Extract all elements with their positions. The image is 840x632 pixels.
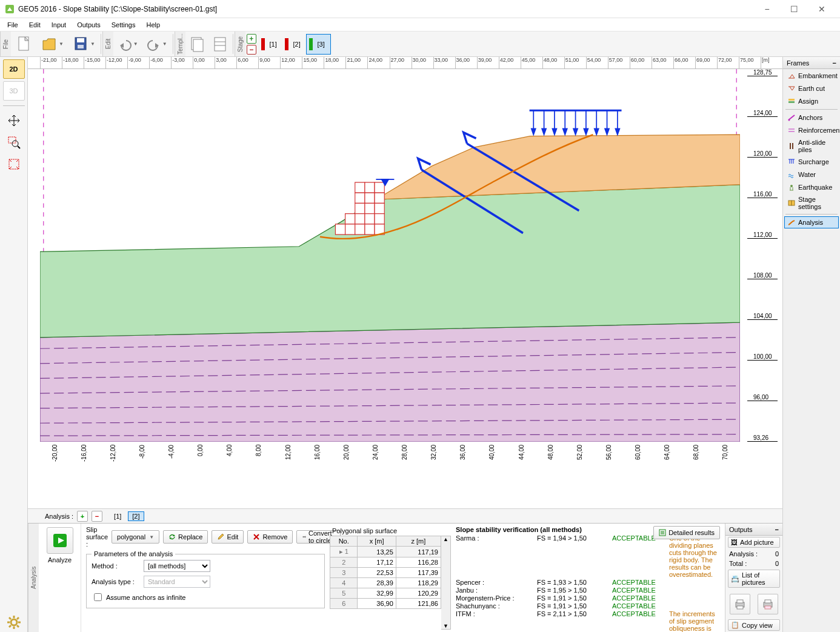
settings-gear-button[interactable] <box>3 613 25 632</box>
menu-bar: File Edit Input Outputs Settings Help <box>0 18 840 32</box>
menu-input[interactable]: Input <box>47 20 71 30</box>
list-pictures-button[interactable]: 📇List of pictures <box>728 570 780 588</box>
analysis-remove-button[interactable]: − <box>92 511 102 522</box>
svg-rect-43 <box>375 203 384 213</box>
close-button[interactable]: ✕ <box>808 0 835 18</box>
svg-rect-87 <box>737 606 743 609</box>
stage-settings-icon <box>787 199 796 207</box>
svg-rect-5 <box>78 45 84 48</box>
template-2-button[interactable] <box>210 33 230 55</box>
new-file-button[interactable] <box>12 33 35 55</box>
stage-button-1[interactable]: [1] <box>259 34 282 55</box>
svg-marker-69 <box>595 128 599 135</box>
stage-remove-button[interactable]: − <box>247 45 256 55</box>
svg-marker-59 <box>542 128 546 135</box>
table-scrollbar[interactable]: ▲▼ <box>441 536 451 630</box>
svg-line-23 <box>17 625 19 627</box>
frame-item-earthquake[interactable]: Earthquake <box>784 181 839 193</box>
menu-file[interactable]: File <box>2 20 23 30</box>
toolbar-group-edit: Edit <box>102 32 113 56</box>
main-toolbar: File ▼ ▼ Edit ▼ ▼ Templ... Stage + − [1]… <box>0 32 840 57</box>
frame-item-embankment[interactable]: Embankment <box>784 70 839 82</box>
frame-item-anchors[interactable]: Anchors <box>784 111 839 124</box>
analysis-type-label: Analysis type : <box>92 578 140 585</box>
svg-marker-71 <box>605 128 609 135</box>
ruler-horizontal: -21,00-18,00-15,00-12,00-9,00-6,00-3,000… <box>28 57 782 69</box>
toolbar-group-file: File <box>0 32 11 56</box>
maximize-button[interactable]: ☐ <box>781 0 808 18</box>
drawing-canvas[interactable]: -21,00-18,00-15,00-12,00-9,00-6,00-3,000… <box>28 57 782 508</box>
print-button[interactable] <box>730 594 750 614</box>
analysis-stage-bar: Analysis : + − [1][2] <box>28 508 782 523</box>
table-row[interactable]: 428,39118,29 <box>330 578 441 588</box>
remove-button[interactable]: Remove <box>247 530 293 544</box>
outputs-minimize-icon[interactable]: − <box>775 526 779 533</box>
detailed-results-button[interactable]: Detailed results <box>653 526 720 539</box>
table-row[interactable]: 636,90121,86 <box>330 599 441 609</box>
svg-rect-41 <box>355 203 365 213</box>
save-file-button[interactable]: ▼ <box>69 33 98 55</box>
frame-item-anti-slide-piles[interactable]: Anti-slide piles <box>784 137 839 155</box>
frame-item-surcharge[interactable]: Surcharge <box>784 156 839 168</box>
undo-button[interactable]: ▼ <box>115 33 141 55</box>
surcharge-icon <box>787 158 796 166</box>
table-row[interactable]: 322,53117,39 <box>330 568 441 578</box>
stage-button-2[interactable]: [2] <box>282 34 306 55</box>
frame-item-analysis[interactable]: Analysis <box>784 216 839 228</box>
view-2d-button[interactable]: 2D <box>3 59 25 79</box>
frame-item-stage-settings[interactable]: Stage settings <box>784 194 839 212</box>
svg-rect-51 <box>365 224 375 235</box>
menu-edit[interactable]: Edit <box>24 20 45 30</box>
svg-rect-10 <box>215 38 225 51</box>
analysis-add-button[interactable]: + <box>77 511 88 522</box>
table-row[interactable]: ▸ 113,25117,19 <box>330 547 441 557</box>
view-3d-button[interactable]: 3D <box>3 81 25 101</box>
copy-view-button[interactable]: 📋Copy view <box>728 619 780 631</box>
table-row[interactable]: 532,99120,29 <box>330 588 441 599</box>
embankment-icon <box>787 72 796 80</box>
svg-rect-35 <box>355 182 365 193</box>
replace-button[interactable]: Replace <box>163 530 208 544</box>
table-row[interactable]: 217,12116,28 <box>330 557 441 568</box>
pan-tool-button[interactable] <box>3 111 25 130</box>
slip-surface-label: Slip surface : <box>86 526 108 548</box>
slip-surface-table[interactable]: No. x [m] z [m] ▸ 113,25117,19217,12116,… <box>330 536 441 609</box>
redo-button[interactable]: ▼ <box>144 33 170 55</box>
stage-add-button[interactable]: + <box>247 34 256 44</box>
menu-help[interactable]: Help <box>141 20 165 30</box>
menu-settings[interactable]: Settings <box>107 20 141 30</box>
anchors-infinite-checkbox[interactable]: Assume anchors as infinite <box>92 591 319 603</box>
analysis-type-select[interactable]: Standard <box>144 576 210 588</box>
edit-button[interactable]: Edit <box>212 530 244 544</box>
analyze-label: Analyze <box>48 556 72 564</box>
template-1-button[interactable] <box>187 33 207 55</box>
analyze-button[interactable] <box>47 527 73 554</box>
svg-rect-90 <box>765 606 771 609</box>
add-picture-button[interactable]: 🖼Add picture <box>728 537 780 548</box>
svg-rect-47 <box>375 214 384 224</box>
print-preview-button[interactable] <box>758 594 778 614</box>
method-select[interactable]: [all methods] <box>144 560 210 572</box>
analysis-stage-2[interactable]: [2] <box>128 511 144 521</box>
outputs-panel: Outputs− 🖼Add picture Analysis :0 Total … <box>725 524 782 632</box>
assign-icon <box>787 97 796 105</box>
menu-outputs[interactable]: Outputs <box>72 20 105 30</box>
frame-item-reinforcements[interactable]: Reinforcements <box>784 124 839 136</box>
frame-item-earth-cut[interactable]: Earth cut <box>784 82 839 95</box>
frame-item-water[interactable]: Water <box>784 168 839 181</box>
slip-surface-dropdown[interactable]: polygonal ▼ <box>112 530 159 544</box>
svg-line-25 <box>17 617 19 619</box>
svg-rect-50 <box>355 224 365 235</box>
frame-item-assign[interactable]: Assign <box>784 95 839 107</box>
minimize-button[interactable]: − <box>753 0 781 18</box>
zoom-select-button[interactable] <box>3 133 25 152</box>
open-file-button[interactable]: ▼ <box>38 33 67 55</box>
svg-rect-36 <box>365 182 375 193</box>
stage-button-3[interactable]: [3] <box>306 34 331 55</box>
zoom-extents-button[interactable] <box>3 155 25 174</box>
analysis-stage-1[interactable]: [1] <box>110 511 125 521</box>
svg-rect-44 <box>345 214 355 224</box>
frames-minimize-icon[interactable]: − <box>833 59 836 67</box>
slip-table-header: Polygonal slip surface <box>330 526 451 536</box>
analysis-panel: Analysis Analyze Slip surface : polygona… <box>28 523 782 632</box>
